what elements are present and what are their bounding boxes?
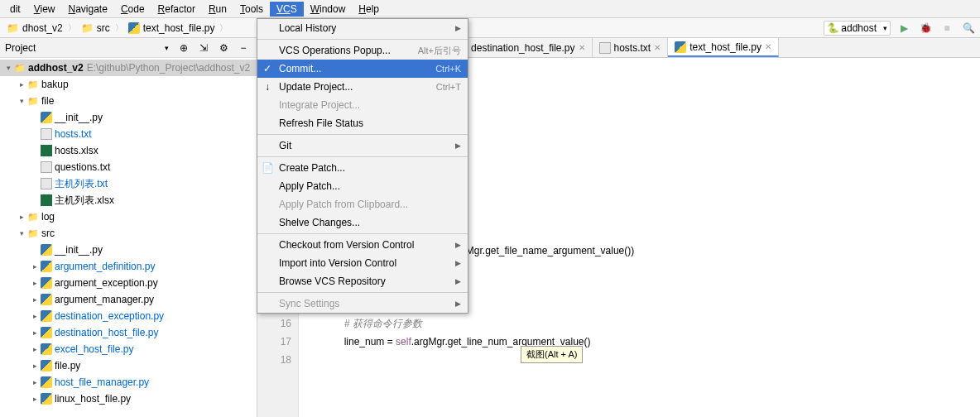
code-line[interactable] — [322, 351, 980, 369]
breadcrumb-item[interactable]: text_host_file.py — [125, 22, 219, 35]
tree-item-label: argument_definition.py — [55, 261, 155, 272]
tree-arrow-icon: ▸ — [30, 262, 40, 271]
vcs-menu-item: Integrate Project... — [257, 96, 468, 114]
tree-item[interactable]: __init__.py — [0, 109, 257, 126]
menu-item-label: VCS Operations Popup... — [279, 45, 391, 56]
vcs-menu-item[interactable]: ↓Update Project...Ctrl+T — [257, 78, 468, 96]
editor-tab[interactable]: text_host_file.py✕ — [668, 38, 779, 57]
tree-item[interactable]: ▸bakup — [0, 76, 257, 93]
breadcrumb-item[interactable]: 📁src — [78, 22, 113, 35]
run-config-selector[interactable]: 🐍 addhost ▾ — [824, 21, 891, 36]
vcs-menu-item[interactable]: VCS Operations Popup...Alt+后引号 — [257, 41, 468, 60]
menu-refactor[interactable]: Refactor — [151, 2, 202, 17]
menu-item-label: Refresh File Status — [279, 117, 363, 129]
vcs-menu-item[interactable]: Apply Patch... — [257, 177, 468, 195]
tree-item[interactable]: hosts.txt — [0, 126, 257, 142]
debug-button[interactable]: 🐞 — [917, 20, 934, 36]
menu-shortcut: Alt+后引号 — [418, 45, 461, 57]
tree-item-label: file — [41, 95, 54, 107]
vcs-menu: Local History▶VCS Operations Popup...Alt… — [257, 18, 468, 314]
close-icon[interactable]: ✕ — [654, 43, 661, 52]
tree-item[interactable]: ▸excel_host_file.py — [0, 341, 257, 357]
tree-item-label: 主机列表.xlsx — [55, 194, 114, 208]
vcs-menu-item[interactable]: Import into Version Control▶ — [257, 254, 468, 272]
tree-item[interactable]: ▸log — [0, 208, 257, 225]
tree-item-label: hosts.txt — [55, 128, 92, 140]
gear-icon[interactable]: ⚙ — [215, 40, 232, 56]
menu-view[interactable]: View — [27, 2, 62, 17]
tree-item[interactable]: ▸argument_exception.py — [0, 275, 257, 291]
tree-item[interactable]: ▸argument_manager.py — [0, 291, 257, 308]
vcs-menu-item[interactable]: Checkout from Version Control▶ — [257, 236, 468, 254]
stop-button[interactable]: ■ — [939, 20, 955, 36]
hide-icon[interactable]: − — [235, 40, 252, 56]
project-sidebar: Project ▾ ⊕ ⇲ ⚙ − ▾ addhost_v2 E:\github… — [0, 38, 257, 417]
code-line[interactable]: line_num = self.argMgr.get_line_num_argu… — [322, 333, 980, 351]
chevron-right-icon: ▶ — [455, 259, 461, 267]
tree-arrow-icon: ▸ — [30, 312, 40, 320]
python-icon — [40, 112, 53, 123]
chevron-right-icon: 〉 — [115, 22, 123, 34]
menu-item-label: Git — [279, 140, 291, 151]
tree-item[interactable]: ▸host_file_manager.py — [0, 374, 257, 391]
breadcrumb-label: src — [97, 22, 110, 34]
chevron-down-icon: ▾ — [883, 24, 887, 32]
chevron-right-icon: ▶ — [455, 300, 461, 308]
menu-code[interactable]: Code — [114, 2, 151, 17]
project-tree: ▾ addhost_v2 E:\github\Python_Project\ad… — [0, 58, 257, 417]
menu-dit[interactable]: dit — [3, 2, 27, 17]
menu-item-label: Sync Settings — [279, 298, 339, 309]
tree-item[interactable]: ▸file.py — [0, 357, 257, 374]
vcs-menu-item[interactable]: Browse VCS Repository▶ — [257, 272, 468, 290]
vcs-menu-item[interactable]: Shelve Changes... — [257, 213, 468, 232]
menu-navigate[interactable]: Navigate — [62, 2, 114, 17]
tree-item[interactable]: __init__.py — [0, 242, 257, 258]
editor-tab[interactable]: destination_host_file.py✕ — [449, 38, 592, 57]
collapse-icon[interactable]: ⇲ — [195, 40, 212, 56]
chevron-down-icon: ▾ — [3, 64, 13, 72]
tree-item[interactable]: 主机列表.xlsx — [0, 192, 257, 208]
vcs-menu-item[interactable]: Local History▶ — [257, 19, 468, 37]
tree-item[interactable]: hosts.xlsx — [0, 142, 257, 159]
python-icon — [40, 277, 53, 289]
menu-vcs[interactable]: VCS — [270, 2, 304, 17]
tree-item[interactable]: questions.txt — [0, 159, 257, 175]
sidebar-title: Project — [5, 42, 165, 54]
menu-item-label: Browse VCS Repository — [279, 276, 386, 287]
tree-item[interactable]: ▾src — [0, 225, 257, 242]
text-file-icon — [40, 161, 53, 173]
close-icon[interactable]: ✕ — [765, 42, 771, 51]
chevron-down-icon[interactable]: ▾ — [165, 44, 169, 52]
tree-root[interactable]: ▾ addhost_v2 E:\github\Python_Project\ad… — [0, 60, 257, 76]
vcs-menu-item[interactable]: Refresh File Status — [257, 114, 468, 132]
menu-run[interactable]: Run — [202, 2, 233, 17]
editor-tab[interactable]: hosts.txt✕ — [593, 38, 669, 57]
tree-item[interactable]: ▸destination_exception.py — [0, 308, 257, 324]
tree-item[interactable]: 主机列表.txt — [0, 175, 257, 192]
gutter-line-number: 16 — [257, 314, 291, 333]
menu-separator — [257, 156, 468, 157]
menu-window[interactable]: Window — [304, 2, 353, 17]
close-icon[interactable]: ✕ — [579, 43, 585, 52]
vcs-menu-item[interactable]: Git▶ — [257, 137, 468, 155]
code-line[interactable]: # 获得命令行参数 — [322, 314, 980, 333]
locate-icon[interactable]: ⊕ — [175, 40, 192, 56]
tree-item[interactable]: ▾file — [0, 93, 257, 109]
menu-shortcut: Ctrl+K — [435, 64, 461, 74]
menu-help[interactable]: Help — [352, 2, 386, 17]
run-button[interactable]: ▶ — [896, 20, 912, 36]
vcs-menu-item[interactable]: 📄Create Patch... — [257, 159, 468, 177]
tree-item[interactable]: ▸linux_host_file.py — [0, 391, 257, 407]
menu-item-label: Apply Patch from Clipboard... — [279, 199, 408, 210]
breadcrumb-item[interactable]: 📁dhost_v2 — [3, 22, 66, 35]
tree-item-label: bakup — [41, 79, 69, 90]
menu-tools[interactable]: Tools — [233, 2, 270, 17]
vcs-menu-item: Sync Settings▶ — [257, 295, 468, 313]
tree-item-label: argument_exception.py — [55, 277, 158, 289]
vcs-menu-item[interactable]: ✓Commit...Ctrl+K — [257, 60, 468, 78]
tree-item[interactable]: ▸argument_definition.py — [0, 258, 257, 275]
search-button[interactable]: 🔍 — [960, 20, 977, 36]
vcs-menu-item: Apply Patch from Clipboard... — [257, 195, 468, 213]
tree-item[interactable]: ▸destination_host_file.py — [0, 324, 257, 341]
breadcrumb-label: dhost_v2 — [22, 22, 63, 34]
